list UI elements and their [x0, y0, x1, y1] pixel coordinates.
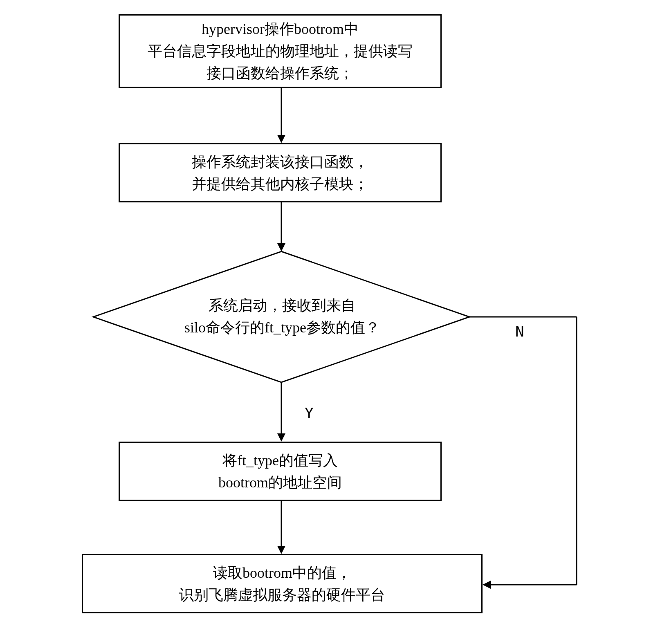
box4-line1: 读取bootrom中的值， [179, 562, 385, 584]
svg-marker-12 [483, 581, 491, 589]
svg-marker-4 [277, 243, 285, 251]
process-box-3: 将ft_type的值写入 bootrom的地址空间 [119, 442, 442, 501]
svg-marker-6 [277, 433, 285, 442]
box3-line2: bootrom的地址空间 [218, 471, 342, 494]
svg-marker-8 [277, 546, 285, 554]
decision-diamond: 系统启动，接收到来自 silo命令行的ft_type参数的值？ [143, 294, 421, 339]
box4-line2: 识别飞腾虚拟服务器的硬件平台 [179, 584, 385, 606]
box3-line1: 将ft_type的值写入 [218, 449, 342, 471]
process-box-4: 读取bootrom中的值， 识别飞腾虚拟服务器的硬件平台 [82, 554, 483, 613]
decision-line1: 系统启动，接收到来自 [143, 294, 421, 316]
yes-label: Y [305, 405, 314, 422]
no-label: N [515, 323, 524, 340]
svg-marker-2 [277, 135, 285, 143]
decision-line2: silo命令行的ft_type参数的值？ [143, 316, 421, 339]
